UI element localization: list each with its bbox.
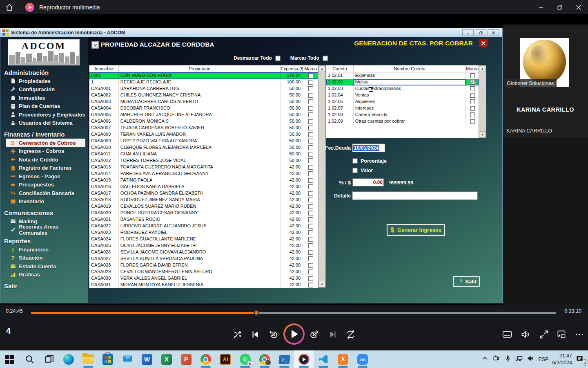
row-checkbox[interactable]: [308, 224, 313, 229]
edge-icon[interactable]: [59, 350, 78, 368]
row-checkbox[interactable]: [470, 73, 475, 78]
row-checkbox[interactable]: [308, 132, 313, 137]
row-checkbox[interactable]: [308, 191, 313, 196]
table-row[interactable]: CASA011 GUALAN LILIANA 50.00: [89, 151, 318, 157]
sidebar-item-registro-de-facturas[interactable]: Registro de Facturas: [6, 164, 85, 173]
row-checkbox[interactable]: [308, 86, 313, 91]
table-row[interactable]: CASA024 FLORES GUACOLLANTE MARLENE 42.00: [89, 236, 318, 242]
sidebar-item-propiedades[interactable]: Propiedades: [6, 77, 85, 85]
row-checkbox[interactable]: [308, 204, 313, 209]
fec-deuda-input[interactable]: 10/01/2024: [352, 144, 385, 152]
property-dropdown-button[interactable]: [91, 41, 99, 49]
table-row[interactable]: CASA001 BARAHONA CARRERA LUIS 50.00: [89, 85, 318, 92]
porcentaje-checkbox[interactable]: [352, 158, 358, 164]
table-row[interactable]: CASA005 MARURI FLORIL JACQUELINE ALEJAND…: [89, 112, 318, 118]
row-checkbox[interactable]: [308, 145, 313, 150]
minimize-icon[interactable]: [532, 0, 550, 14]
sidebar-item-egresos-pagos[interactable]: Egresos - Pagos: [6, 172, 85, 181]
start-icon[interactable]: [0, 350, 20, 368]
salir-button[interactable]: Salir: [453, 276, 480, 287]
scrollbar[interactable]: ▲ ▼: [318, 65, 325, 287]
row-checkbox[interactable]: [308, 276, 313, 281]
network-display-icon[interactable]: [515, 355, 523, 364]
language-indicator[interactable]: ESP: [538, 357, 548, 362]
skip-back-10-icon[interactable]: 10: [267, 328, 280, 341]
word-icon[interactable]: W: [137, 350, 157, 368]
next-track-icon[interactable]: [326, 328, 339, 341]
sidebar-item-situaci-n[interactable]: ?Situación: [6, 254, 85, 263]
notification-center-icon[interactable]: 3: [576, 355, 586, 364]
row-checkbox[interactable]: [308, 80, 313, 85]
close-icon[interactable]: [488, 29, 499, 36]
clock[interactable]: 21:47 6/2/2024: [552, 352, 572, 366]
table-row[interactable]: CASA018 RODRIGUEZ JIMENEZ SANDY MARIA 42…: [89, 197, 318, 203]
previous-track-icon[interactable]: [249, 328, 262, 341]
table-row[interactable]: CASA013 TOAPANTA GUERRERO NADIA MARGARIT…: [89, 164, 318, 171]
mini-player-icon[interactable]: [555, 328, 568, 341]
table-row[interactable]: CASA031 MORAN MONTOYA BANELIZ JESSENIA 4…: [89, 282, 318, 288]
row-checkbox[interactable]: [308, 93, 313, 98]
captions-icon[interactable]: [501, 328, 514, 341]
microphone-icon[interactable]: [504, 355, 512, 364]
row-checkbox[interactable]: [308, 106, 313, 111]
scroll-up-icon[interactable]: ▲: [479, 65, 486, 72]
table-row[interactable]: CASA029 CEVALLOS WANDEMBERG LENIN ARTURO…: [89, 269, 318, 275]
table-row[interactable]: CASA008 TERAN VARELA LUIS AMADOR 50.00: [89, 131, 318, 138]
sidebar-item-financieros[interactable]: !Financieros: [6, 245, 85, 254]
search-icon[interactable]: [20, 350, 39, 368]
table-row[interactable]: CASA002 CHILES QUINONEZ NANCY CRISTINA 5…: [89, 92, 318, 99]
scroll-down-icon[interactable]: ▼: [479, 131, 486, 138]
camera-icon[interactable]: [492, 355, 500, 364]
sidebar-item-proveedores-y-empleados[interactable]: Proveedores y Empleados: [6, 110, 85, 119]
table-row[interactable]: 0001 DON HUGO DON HUGO 170.24: [89, 72, 318, 79]
row-checkbox[interactable]: [308, 158, 313, 163]
table-row[interactable]: CASA014 PAREDES AVILA FRANCISCO GEOVANNY…: [89, 171, 318, 177]
shuffle-off-icon[interactable]: [231, 328, 244, 341]
row-checkbox[interactable]: [308, 152, 313, 157]
row-checkbox[interactable]: [308, 197, 313, 202]
powershell-icon[interactable]: >_: [274, 350, 294, 368]
row-checkbox[interactable]: [470, 86, 475, 91]
sidebar-item-generaci-n-de-cobros[interactable]: $Generación de Cobros: [6, 139, 85, 147]
marcar-todo-checkbox[interactable]: [323, 56, 328, 61]
excel-icon[interactable]: X: [157, 350, 176, 368]
illustrator-icon[interactable]: Ai: [216, 350, 235, 368]
row-checkbox[interactable]: [308, 126, 313, 130]
tray-volume-icon[interactable]: [527, 355, 535, 364]
row-checkbox[interactable]: [308, 178, 313, 183]
sidebar-item-reservas-areas-comunales[interactable]: Reservas Areas Comunales: [6, 226, 85, 234]
row-checkbox[interactable]: [308, 165, 313, 170]
table-row[interactable]: CASA012 TORRES TORRES JOSE VIDAL 50.00: [89, 157, 318, 164]
sidebar-item-usuarios-del-sistema[interactable]: Usuarios del Sistema: [6, 119, 85, 128]
repeat-off-icon[interactable]: [344, 328, 357, 341]
table-row[interactable]: CASA022 HIDROVO AGUIRRE ALEJANDRO JESUS …: [89, 223, 318, 229]
row-checkbox[interactable]: [308, 263, 313, 268]
table-row[interactable]: CASA028 FLORES GARCIA DAVID EFREN 42.00: [89, 262, 318, 269]
table-row[interactable]: 1.02.03 Cuotas Extraordinarias: [326, 85, 479, 92]
seek-thumb[interactable]: [254, 310, 259, 316]
row-checkbox[interactable]: [308, 99, 313, 104]
sidebar-item-gr-ficas[interactable]: Gráficas: [6, 271, 85, 279]
restore-icon[interactable]: [550, 0, 569, 14]
scrollbar[interactable]: ▲ ▼: [479, 65, 486, 138]
chrome-profile-icon[interactable]: [255, 350, 274, 368]
sidebar-item-inventario[interactable]: Inventario: [6, 197, 85, 206]
table-row[interactable]: CASA021 BASANTES ROCIO 42.00: [89, 216, 318, 223]
table-row[interactable]: 1.02.05 Alquileres: [326, 99, 479, 105]
row-checkbox[interactable]: [308, 112, 313, 117]
row-checkbox[interactable]: [308, 283, 313, 287]
task-view-icon[interactable]: [39, 350, 59, 368]
detalle-input[interactable]: [352, 191, 478, 200]
scroll-up-icon[interactable]: ▲: [318, 65, 325, 72]
table-row[interactable]: 1.02.01 Expensas: [326, 72, 479, 79]
hidden-icons-chevron[interactable]: [481, 355, 489, 364]
row-checkbox[interactable]: [308, 184, 313, 189]
powerpoint-icon[interactable]: P: [176, 350, 196, 368]
close-screen-button[interactable]: [479, 39, 488, 47]
row-checkbox[interactable]: [308, 269, 313, 274]
table-row[interactable]: 1.02.04 Ventas: [326, 92, 479, 99]
scroll-down-icon[interactable]: ▼: [318, 281, 325, 287]
home-icon[interactable]: [5, 3, 14, 12]
close-icon[interactable]: [569, 0, 588, 14]
table-row[interactable]: CASA007 TEJADA CARDENAS ROBERTO XAVIER 5…: [89, 125, 318, 131]
